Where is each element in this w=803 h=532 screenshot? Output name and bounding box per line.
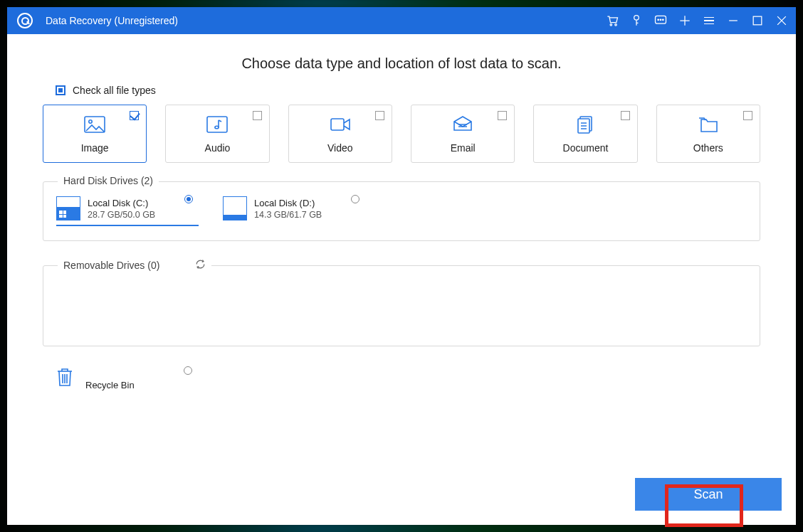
disk-icon xyxy=(56,196,80,220)
drive-size: 28.7 GB/50.0 GB xyxy=(88,210,155,220)
trash-icon xyxy=(56,366,74,390)
drive-size: 14.3 GB/61.7 GB xyxy=(254,210,322,220)
svg-point-4 xyxy=(658,19,659,21)
drive-name: Local Disk (C:) xyxy=(88,198,155,208)
type-label: Document xyxy=(563,142,609,154)
svg-rect-7 xyxy=(753,16,762,25)
titlebar: Data Recovery (Unregistered) xyxy=(7,7,796,34)
checkbox-indeterminate-icon xyxy=(56,85,65,95)
removable-drives-section: Removable Drives (0) xyxy=(43,265,760,346)
check-all-file-types[interactable]: Check all file types xyxy=(56,85,760,96)
drive-local-c[interactable]: Local Disk (C:) 28.7 GB/50.0 GB xyxy=(56,196,199,226)
app-logo-icon xyxy=(17,13,33,28)
refresh-icon[interactable] xyxy=(195,259,206,272)
checkbox-icon xyxy=(743,111,752,120)
checkbox-icon xyxy=(621,111,630,120)
recycle-bin-option[interactable]: Recycle Bin xyxy=(56,366,198,390)
svg-rect-10 xyxy=(207,117,227,132)
type-card-image[interactable]: Image xyxy=(43,105,147,163)
type-label: Image xyxy=(81,142,109,154)
type-card-document[interactable]: Document xyxy=(533,105,637,163)
recycle-label: Recycle Bin xyxy=(85,380,135,390)
key-icon[interactable] xyxy=(629,14,644,28)
minimize-icon[interactable] xyxy=(726,14,740,28)
radio-icon xyxy=(184,195,193,203)
svg-point-5 xyxy=(660,19,661,21)
feedback-icon[interactable] xyxy=(654,14,668,28)
app-title: Data Recovery (Unregistered) xyxy=(46,15,178,26)
drive-list: Local Disk (C:) 28.7 GB/50.0 GB Local Di… xyxy=(56,196,747,226)
drive-meta: Local Disk (C:) 28.7 GB/50.0 GB xyxy=(88,198,155,220)
svg-point-1 xyxy=(615,24,617,26)
maximize-icon[interactable] xyxy=(750,14,765,28)
svg-point-11 xyxy=(215,126,219,129)
type-label: Audio xyxy=(205,142,231,154)
others-icon xyxy=(697,114,720,138)
scan-button[interactable]: Scan xyxy=(635,478,782,511)
svg-rect-12 xyxy=(331,119,344,130)
type-label: Email xyxy=(451,142,476,154)
page-headline: Choose data type and location of lost da… xyxy=(43,55,760,72)
close-icon[interactable] xyxy=(775,14,789,28)
audio-icon xyxy=(206,114,229,138)
type-label: Video xyxy=(327,142,353,154)
disk-icon xyxy=(223,196,247,220)
svg-point-2 xyxy=(634,16,639,21)
drive-meta: Local Disk (D:) 14.3 GB/61.7 GB xyxy=(254,198,322,220)
drive-name: Local Disk (D:) xyxy=(254,198,322,208)
checkbox-icon xyxy=(375,111,384,120)
app-window: Data Recovery (Unregistered) xyxy=(7,7,796,525)
add-icon[interactable] xyxy=(678,14,692,28)
checkbox-icon xyxy=(130,111,139,120)
content-area: Choose data type and location of lost da… xyxy=(7,34,796,525)
radio-icon xyxy=(184,366,192,375)
titlebar-actions xyxy=(605,14,789,28)
type-card-email[interactable]: Email xyxy=(411,105,515,163)
document-icon xyxy=(574,114,597,138)
file-type-grid: Image Audio Video xyxy=(43,105,760,163)
radio-icon xyxy=(351,195,359,203)
type-label: Others xyxy=(693,142,723,154)
cart-icon[interactable] xyxy=(605,14,619,28)
image-icon xyxy=(83,114,106,138)
svg-point-0 xyxy=(610,24,612,26)
removable-section-title: Removable Drives (0) xyxy=(58,259,211,272)
hard-disk-section: Hard Disk Drives (2) Local Disk (C:) 28.… xyxy=(43,181,760,241)
email-icon xyxy=(451,114,474,138)
check-all-label: Check all file types xyxy=(73,85,156,96)
type-card-others[interactable]: Others xyxy=(656,105,760,163)
checkbox-icon xyxy=(498,111,507,120)
type-card-video[interactable]: Video xyxy=(288,105,392,163)
type-card-audio[interactable]: Audio xyxy=(165,105,269,163)
svg-point-9 xyxy=(89,120,92,123)
checkbox-icon xyxy=(253,111,262,120)
svg-point-6 xyxy=(663,19,664,21)
video-icon xyxy=(329,114,352,138)
windows-logo-icon xyxy=(59,211,66,218)
drive-local-d[interactable]: Local Disk (D:) 14.3 GB/61.7 GB xyxy=(223,196,365,226)
menu-icon[interactable] xyxy=(702,14,716,28)
hard-disk-section-title: Hard Disk Drives (2) xyxy=(58,175,159,186)
